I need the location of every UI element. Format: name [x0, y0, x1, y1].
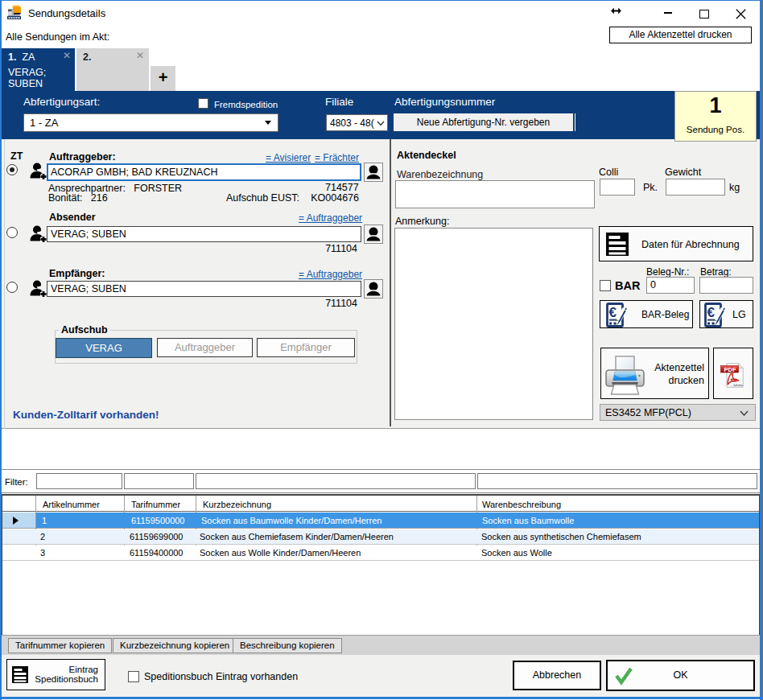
svg-text:€: €	[609, 305, 617, 320]
svg-text:Adobe: Adobe	[732, 383, 744, 387]
svg-text:€: €	[707, 305, 716, 320]
svg-text:PDF: PDF	[724, 366, 736, 373]
